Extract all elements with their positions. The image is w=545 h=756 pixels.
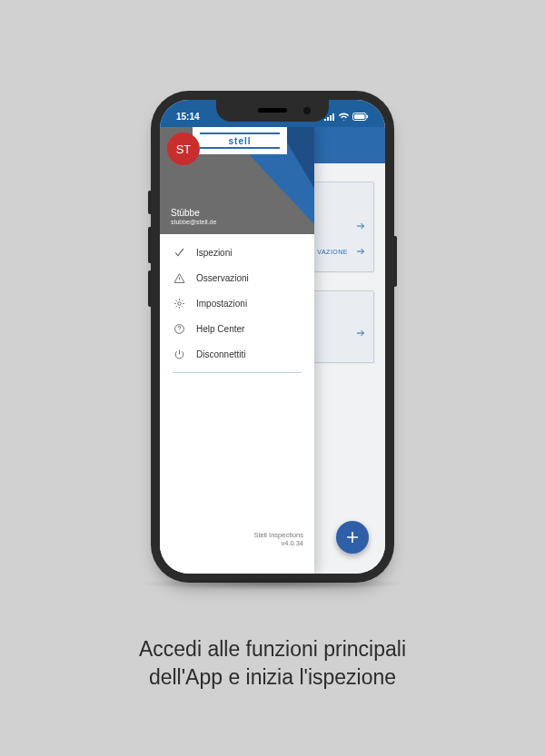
gear-icon: [173, 297, 185, 309]
card-action-row[interactable]: [355, 221, 366, 231]
wifi-icon: [338, 113, 350, 121]
app-area: VAZIONE: [160, 127, 385, 574]
brand-logo: stell: [193, 127, 287, 154]
drawer-header: ST stell Stübbe stubbe@stell.de: [160, 127, 314, 234]
help-icon: [173, 322, 185, 335]
plus-icon: [345, 530, 360, 545]
card-action-row[interactable]: [355, 328, 366, 339]
avatar-initials: ST: [176, 142, 192, 156]
warning-icon: [173, 271, 185, 284]
check-icon: [173, 246, 185, 259]
menu-item-settings[interactable]: Impostazioni: [160, 290, 314, 316]
phone-power-button: [394, 236, 397, 287]
menu-item-inspections[interactable]: Ispezioni: [160, 240, 314, 265]
profile-email: stubbe@stell.de: [171, 219, 216, 225]
caption-line-1: Accedi alle funzioni principali: [139, 637, 406, 661]
svg-point-3: [177, 301, 180, 304]
brand-logo-text: stell: [200, 133, 280, 149]
avatar[interactable]: ST: [167, 133, 200, 165]
menu-item-label: Ispezioni: [196, 248, 232, 258]
marketing-caption: Accedi alle funzioni principali dell'App…: [0, 635, 545, 692]
card-action-label: VAZIONE: [317, 249, 348, 255]
nav-drawer: ST stell Stübbe stubbe@stell.de: [160, 127, 314, 574]
phone-shadow: [136, 577, 409, 590]
profile-name: Stübbe: [171, 208, 216, 218]
drawer-footer: Stell Inspections v4.0.34: [160, 531, 314, 574]
phone-mock: 15:14 VAZIONE: [151, 91, 394, 583]
power-icon: [173, 348, 185, 360]
app-version-label: v4.0.34: [160, 539, 303, 548]
menu-item-label: Osservazioni: [196, 273, 249, 283]
menu-item-label: Disconnettiti: [196, 349, 245, 359]
arrow-right-icon: [355, 328, 366, 339]
status-time: 15:14: [176, 112, 200, 122]
fab-add-button[interactable]: [336, 521, 369, 554]
card-action-row[interactable]: VAZIONE: [317, 246, 366, 257]
menu-item-help[interactable]: Help Center: [160, 316, 314, 341]
svg-rect-1: [354, 114, 365, 119]
menu-item-logout[interactable]: Disconnettiti: [160, 341, 314, 367]
status-icons: [324, 113, 369, 121]
menu-item-label: Impostazioni: [196, 299, 247, 309]
phone-notch: [216, 100, 329, 122]
svg-rect-2: [367, 114, 369, 117]
arrow-right-icon: [355, 221, 366, 231]
screen: 15:14 VAZIONE: [160, 100, 385, 574]
menu-separator: [173, 372, 302, 373]
profile-block: Stübbe stubbe@stell.de: [171, 208, 216, 225]
caption-line-2: dell'App e inizia l'ispezione: [149, 665, 396, 689]
menu-item-observations[interactable]: Osservazioni: [160, 265, 314, 290]
menu-item-label: Help Center: [196, 324, 244, 334]
app-name-label: Stell Inspections: [160, 531, 303, 540]
drawer-list: Ispezioni Osservazioni Impostazioni: [160, 234, 314, 373]
arrow-right-icon: [355, 246, 366, 257]
battery-icon: [352, 113, 369, 121]
